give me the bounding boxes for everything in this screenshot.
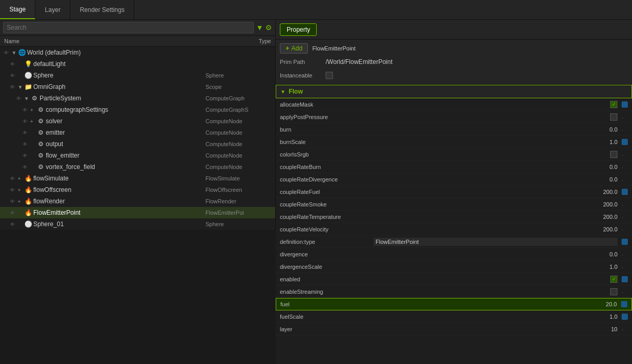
tree-row[interactable]: 👁⚙vortex_force_fieldComputeNode [0,161,275,173]
search-input[interactable] [3,22,254,33]
expand-arrow[interactable]: + [30,107,36,113]
tree-row[interactable]: 👁+🔥flowSimulateFlowSimulate [0,173,275,184]
visibility-eye-icon[interactable]: 👁 [21,107,29,113]
tree-node-type: ComputeGraphS [205,107,273,113]
tree-node-type: ComputeNode [205,164,273,170]
add-button[interactable]: + Add [280,43,308,54]
visibility-eye-icon[interactable]: 👁 [8,84,17,90]
property-value-area: 10 [373,326,620,332]
expand-arrow[interactable]: ▼ [18,84,24,90]
tab-stage[interactable]: Stage [0,0,35,19]
property-text-input[interactable] [373,238,617,246]
expand-arrow[interactable]: ▼ [24,96,30,101]
visibility-eye-icon[interactable]: 👁 [8,187,17,193]
tree-node-type: ComputeNode [205,118,273,124]
visibility-eye-icon[interactable]: 👁 [15,96,23,101]
visibility-eye-icon[interactable]: 👁 [8,176,17,181]
tree-row[interactable]: 👁⚪SphereSphere [0,70,275,81]
visibility-eye-icon[interactable]: 👁 [8,73,17,79]
instanceable-checkbox[interactable] [326,72,333,79]
tree-row[interactable]: 👁🔥FlowEmitterPointFlowEmitterPoi [0,207,275,218]
property-name: divergence [280,251,373,257]
property-checkbox[interactable]: ✓ [610,101,617,108]
visibility-eye-icon[interactable]: 👁 [21,153,29,159]
property-row: coupleRateTemperature200.0· [276,211,632,223]
property-name: layer [280,326,373,332]
tree-row[interactable]: 👁▼🌐World (defaultPrim) [0,47,275,58]
property-indicator: · [622,151,628,158]
property-indicator [621,301,627,307]
property-top: + Add FlowEmitterPoint Prim Path /World/… [276,40,632,85]
tree-row[interactable]: 👁▼⚙ParticleSystemComputeGraph [0,93,275,104]
tree-row[interactable]: 👁+🔥flowRenderFlowRender [0,196,275,207]
visibility-eye-icon[interactable]: 👁 [8,61,17,67]
property-name: fuel [280,301,374,307]
filter-icon[interactable]: ▼ [256,23,263,32]
tree-row[interactable]: 👁⚙outputComputeNode [0,138,275,150]
tree-node-type: ComputeNode [205,141,273,147]
property-checkbox[interactable] [610,113,617,121]
tree-node-type: FlowEmitterPoi [205,210,273,216]
settings-icon[interactable]: ⚙ [265,23,272,32]
tree-node-name: solver [46,118,205,125]
add-row: + Add FlowEmitterPoint [280,42,628,55]
property-row: coupleRateVelocity200.0· [276,223,632,236]
property-value-area [373,238,620,246]
tree-row[interactable]: 👁⚪Sphere_01Sphere [0,218,275,230]
node-type-icon: 🔥 [24,186,32,193]
property-indicator: · [622,126,628,133]
property-number-value: 200.0 [603,189,617,195]
property-row: allocateMask✓ [276,98,632,111]
node-type-icon: 🔥 [24,209,32,216]
visibility-eye-icon[interactable]: 👁 [21,164,29,170]
expand-arrow[interactable]: + [18,187,24,193]
property-indicator: · [622,114,628,120]
node-type-icon: 🔥 [24,198,32,205]
tab-render-settings[interactable]: Render Settings [70,0,134,19]
visibility-eye-icon[interactable]: 👁 [8,210,17,216]
property-name: colorIsSrgb [280,151,373,158]
property-indicator [622,314,628,320]
tree-row[interactable]: 👁💡defaultLight [0,58,275,70]
visibility-eye-icon[interactable]: 👁 [8,199,17,204]
tree-row[interactable]: 👁+⚙solverComputeNode [0,115,275,127]
property-row: coupleRateBurn0.0· [276,161,632,173]
expand-arrow[interactable]: ▼ [11,50,18,56]
tree-node-type: Sphere [205,221,273,227]
visibility-eye-icon[interactable]: 👁 [21,130,29,136]
tree-node-type: FlowSimulate [205,175,273,181]
visibility-eye-icon[interactable]: 👁 [21,141,29,147]
right-tab-bar: Property [276,20,632,40]
property-value-area: ✓ [373,276,620,283]
tree-row[interactable]: 👁⚙emitterComputeNode [0,127,275,138]
visibility-eye-icon[interactable]: 👁 [2,50,10,56]
visibility-eye-icon[interactable]: 👁 [8,222,17,227]
tree-row[interactable]: 👁+⚙computegraphSettingsComputeGraphS [0,104,275,115]
visibility-eye-icon[interactable]: 👁 [21,119,29,124]
property-name: enabled [280,276,373,282]
tree-row[interactable]: 👁+🔥flowOffscreenFlowOffscreen [0,184,275,196]
tree-row[interactable]: 👁▼📁OmniGraphScope [0,81,275,93]
expand-arrow[interactable]: + [18,199,24,204]
expand-arrow[interactable]: + [30,119,36,124]
property-number-value: 10 [611,326,617,332]
tree-node-name: flowSimulate [33,175,205,182]
expand-arrow[interactable]: + [18,176,24,181]
property-indicator [622,189,628,195]
property-checkbox[interactable] [610,151,617,158]
tree-node-name: OmniGraph [33,83,205,90]
property-indicator: · [622,251,628,257]
tab-layer[interactable]: Layer [35,0,70,19]
section-label: Flow [289,88,303,95]
property-value-area: 0.0 [373,251,620,257]
flow-section-header[interactable]: ▼ Flow [276,85,632,98]
tree-node-name: World (defaultPrim) [27,49,205,56]
property-checkbox[interactable] [610,288,617,295]
property-value-area: 200.0 [373,214,620,220]
tree-row[interactable]: 👁⚙flow_emitterComputeNode [0,150,275,161]
tab-property[interactable]: Property [280,23,317,36]
stage-panel: ▼ ⚙ Name Type 👁▼🌐World (defaultPrim)👁💡de… [0,20,276,230]
node-type-icon: ⚙ [36,106,45,113]
property-checkbox[interactable]: ✓ [610,276,617,283]
property-row: enableStreaming· [276,285,632,298]
